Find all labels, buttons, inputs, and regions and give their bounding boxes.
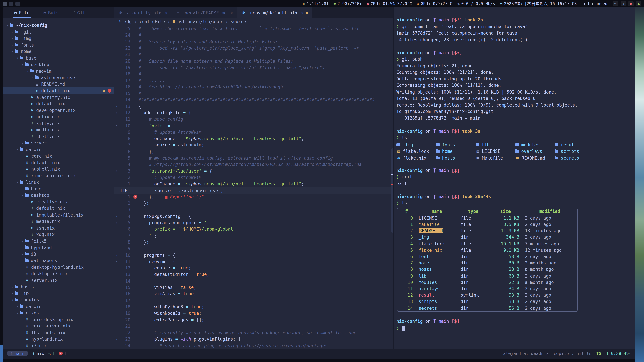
tree-item-core-nix[interactable]: ❄core.nix: [3, 153, 114, 159]
terminal-line: Counting objects: 100% (21/21), done.: [396, 70, 634, 76]
tree-item-default-nix[interactable]: ❄default.nix: [3, 100, 114, 107]
tree-item-shell-nix[interactable]: ❄shell.nix: [3, 133, 114, 140]
tree-item-desktop-hyprland-nix[interactable]: ❄desktop-hyprland.nix: [3, 264, 114, 271]
bluetooth-icon[interactable]: ᛒ: [620, 1, 626, 6]
tree-item-hyprland-nix[interactable]: ❄hyprland.nix: [3, 336, 114, 343]
tree-item-development-nix[interactable]: ❄development.nix: [3, 107, 114, 114]
neo-tree-panel[interactable]: ▤File▤BufsᛘGit ▾~/nix-config▸.git▸_img▸f…: [3, 7, 114, 349]
tree-item-fonts[interactable]: ▸fonts: [3, 42, 114, 48]
breadcrumb-item-configfile[interactable]: configFile: [140, 19, 165, 24]
tree-item-img[interactable]: ▸_img: [3, 35, 114, 42]
folder-icon: [20, 148, 24, 151]
error-count: ✕1: [59, 351, 67, 356]
folder-icon: [25, 63, 28, 66]
breadcrumb-item-astronvim-lua-user[interactable]: astronvim/lua/user: [173, 19, 223, 24]
tree-item-creative-nix[interactable]: ❄creative.nix: [3, 199, 114, 205]
editor-line: 2 # update AstroNvim: [114, 174, 394, 181]
window-button-3[interactable]: [16, 1, 20, 6]
tree-item-core-desktop-nix[interactable]: ❄core-desktop.nix: [3, 316, 114, 323]
tree-item-i3-nix[interactable]: ❄i3.nix: [3, 343, 114, 349]
line-number: 20: [119, 317, 134, 322]
close-icon[interactable]: ×: [165, 10, 168, 15]
record-icon[interactable]: ◉: [628, 1, 634, 6]
tree-tab-git[interactable]: ᛘGit: [72, 7, 86, 18]
editor-line: 7 source = astronvim;: [114, 142, 394, 148]
window-button-1[interactable]: [3, 1, 7, 6]
table-row: 8hostsdir28 Ba month ago: [398, 266, 577, 273]
close-icon[interactable]: ×: [301, 10, 304, 15]
tree-item-server[interactable]: ▸server: [3, 140, 114, 146]
tree-item-readme-md[interactable]: ▤README.md: [3, 81, 114, 87]
ls-entry-fonts: fonts: [436, 142, 476, 148]
tree-item-default-nix[interactable]: ❄default.nix: [3, 159, 114, 166]
tree-item-xdg-nix[interactable]: ❄xdg.nix: [3, 231, 114, 238]
scrollbar-thumb[interactable]: [392, 148, 394, 232]
line-number: 13: [119, 104, 134, 109]
tree-item-kitty-nix[interactable]: ❄kitty.nix: [3, 120, 114, 127]
tree-item-fcitx5[interactable]: ▸fcitx5: [3, 238, 114, 244]
tree-item-nixos[interactable]: ▾nixos: [3, 310, 114, 316]
code-area[interactable]: 25# Save the selected text to a file: `:…: [114, 25, 394, 349]
tree-item-hosts[interactable]: ▸hosts: [3, 284, 114, 290]
tree-item-nushell-nix[interactable]: ❄nushell.nix: [3, 166, 114, 172]
git-branch-segment[interactable]: ᛘmain: [7, 351, 28, 356]
window-button-2[interactable]: [9, 1, 14, 6]
tree-item-hyprland[interactable]: ▸hyprland: [3, 244, 114, 251]
tree-item-base[interactable]: ▾base: [3, 55, 114, 61]
editor-pane[interactable]: ❄alacritty.nix×▤neovim/README.md×❄neovim…: [114, 7, 394, 349]
tree-item-alacritty-nix[interactable]: ❄alacritty.nix: [3, 94, 114, 100]
tree-expander-icon: ▸: [10, 30, 15, 34]
editor-scrollbar[interactable]: [392, 25, 394, 349]
tree-item-desktop[interactable]: ▾desktop: [3, 61, 114, 68]
status-icon[interactable]: ●: [636, 1, 641, 6]
tree-item-nix-config[interactable]: ▾~/nix-config: [3, 22, 114, 29]
tree-item-darwin[interactable]: ▾darwin: [3, 146, 114, 153]
buffer-tab-alacritty-nix[interactable]: ❄alacritty.nix×: [114, 7, 172, 18]
tree-item-fhs-fonts-nix[interactable]: ❄fhs-fonts.nix: [3, 329, 114, 336]
table-row: 10modulesdir22 Ba month ago: [398, 279, 577, 285]
tree-item-default-nix[interactable]: ❄default.nix: [3, 205, 114, 212]
tree-item-home[interactable]: ▾home: [3, 48, 114, 55]
terminal-blank-line: [396, 161, 634, 168]
tree-item-media-nix[interactable]: ❄media.nix: [3, 127, 114, 133]
tree-item-linux[interactable]: ▾linux: [3, 179, 114, 186]
line-number: 23: [119, 337, 134, 342]
breadcrumb-item-source[interactable]: source: [231, 19, 246, 24]
editor-line: 22 # currently we use lazy.nvim as neovi…: [114, 330, 394, 336]
tree-item-lib[interactable]: ▸lib: [3, 290, 114, 297]
tree-item-darwin[interactable]: ▸darwin: [3, 303, 114, 310]
tree-item-media-nix[interactable]: ❄media.nix: [3, 218, 114, 225]
tree-item-core-server-nix[interactable]: ❄core-server.nix: [3, 323, 114, 329]
buffer-tab-neovim-default-nix[interactable]: ❄neovim/default.nix×●: [237, 7, 312, 18]
tree-item-default-nix[interactable]: ❄default.nix●✕: [3, 87, 114, 94]
buffer-tab-neovim-readme-md[interactable]: ▤neovim/README.md×: [172, 7, 237, 18]
line-number: 4: [119, 214, 134, 219]
tree-item-wallpapers[interactable]: ▸wallpapers: [3, 257, 114, 264]
modified-count-value: 1: [52, 351, 55, 356]
terminal-pane[interactable]: nix-config on ᛘ main [$!] took 2s❯ git c…: [394, 7, 634, 349]
tree-item-helix-nix[interactable]: ❄helix.nix: [3, 114, 114, 120]
close-icon[interactable]: ×: [230, 10, 233, 15]
folder-icon: [436, 157, 440, 159]
breadcrumb-item-xdg[interactable]: ❄xdg: [118, 19, 132, 24]
tree-item-astronvim-user[interactable]: ▸astronvim_user: [3, 74, 114, 81]
tree-item-rime-squirrel-nix[interactable]: ❄rime-squirrel.nix: [3, 172, 114, 179]
tree-item-base[interactable]: ▸base: [3, 186, 114, 192]
statusline: ᛘmain ❄nix ✎1 ✕1 alejandra, deadnix, cop…: [3, 349, 634, 357]
neotree-list[interactable]: ▾~/nix-config▸.git▸_img▸fonts▾home▾base▾…: [3, 18, 114, 349]
editor-line: ▾4 nixpkgs.config = {: [114, 213, 394, 220]
error-count-value: 1: [64, 351, 67, 356]
nix-icon: ❄: [32, 351, 34, 356]
tree-item-desktop-i3-nix[interactable]: ❄desktop-i3.nix: [3, 271, 114, 277]
tree-item-desktop[interactable]: ▾desktop: [3, 192, 114, 199]
tree-item-ssh-nix[interactable]: ❄ssh.nix: [3, 225, 114, 231]
tree-item-immutable-file-nix[interactable]: ❄immutable-file.nix: [3, 212, 114, 218]
tree-tab-file[interactable]: ▤File: [14, 7, 30, 18]
tree-item-neovim[interactable]: ▾neovim: [3, 68, 114, 74]
tree-item-i3[interactable]: ▸i3: [3, 251, 114, 257]
tree-item-server-nix[interactable]: ❄server.nix: [3, 277, 114, 284]
keyboard-icon[interactable]: ⌨: [613, 1, 618, 6]
tree-item-modules[interactable]: ▾modules: [3, 297, 114, 303]
tree-tab-bufs[interactable]: ▤Bufs: [42, 7, 60, 18]
tree-item-git[interactable]: ▸.git: [3, 29, 114, 35]
